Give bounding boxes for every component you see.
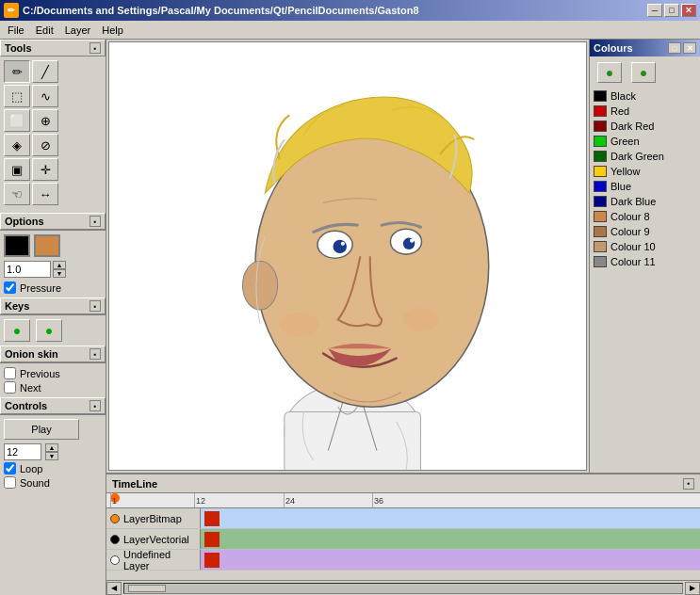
keys-header: Keys ▪	[0, 298, 106, 314]
add-key-button[interactable]: ●	[4, 319, 30, 342]
pressure-checkbox[interactable]	[4, 281, 16, 294]
track-content[interactable]	[201, 508, 700, 528]
scrollbar-track[interactable]	[123, 583, 683, 594]
spin-up[interactable]: ▲	[53, 261, 66, 269]
onion-pin[interactable]: ▪	[90, 348, 101, 360]
drawing-canvas	[109, 42, 586, 471]
colour-swatch	[594, 256, 607, 267]
tool-smudge[interactable]: ⊕	[32, 109, 58, 132]
canvas-area[interactable]	[108, 41, 587, 471]
colour-swatch	[594, 90, 607, 102]
colour-item[interactable]: Colour 9	[592, 224, 698, 239]
scrollbar-thumb[interactable]	[128, 585, 166, 592]
scroll-right[interactable]: ▶	[685, 582, 700, 595]
colour-item[interactable]: Dark Red	[592, 119, 698, 134]
colours-header: Colours □ ✕	[590, 40, 700, 56]
maximize-button[interactable]: □	[664, 4, 679, 17]
tool-rect[interactable]: ▣	[4, 158, 30, 181]
colour-item[interactable]: Black	[592, 88, 698, 104]
colour-name: Dark Green	[610, 151, 664, 162]
tools-pin[interactable]: ▪	[90, 42, 101, 54]
timeline-header: TimeLine ▪	[106, 474, 700, 493]
tool-zoom[interactable]: ↔	[32, 183, 58, 205]
tool-hand[interactable]: ☜	[4, 183, 30, 205]
colours-restore[interactable]: □	[668, 42, 681, 54]
colour-item[interactable]: Colour 11	[592, 254, 698, 269]
colour-name: Red	[610, 105, 629, 117]
menu-help[interactable]: Help	[96, 23, 129, 38]
loop-checkbox[interactable]	[4, 462, 16, 474]
frame-up[interactable]: ▲	[45, 443, 58, 452]
colour-name: Colour 8	[610, 211, 650, 222]
close-button[interactable]: ✕	[681, 4, 696, 17]
tool-pencil[interactable]: ✏	[4, 60, 30, 83]
timeline-scrollbar: ◀ ▶	[106, 580, 700, 595]
remove-colour-button[interactable]: ●	[631, 62, 656, 83]
track-marker	[204, 532, 220, 547]
tool-line[interactable]: ╱	[32, 60, 58, 83]
colour-item[interactable]: Dark Green	[592, 149, 698, 164]
options-pin[interactable]: ▪	[90, 216, 101, 227]
controls-pin[interactable]: ▪	[90, 400, 101, 411]
keys-pin[interactable]: ▪	[90, 300, 101, 312]
colour-item[interactable]: Colour 10	[592, 239, 698, 254]
frame-down[interactable]: ▼	[45, 452, 58, 460]
colour-name: Dark Red	[610, 121, 654, 132]
next-checkbox[interactable]	[4, 381, 16, 394]
tool-polyline[interactable]: ∿	[32, 85, 58, 107]
minimize-button[interactable]: ─	[647, 4, 662, 17]
colour-add-area: ● ●	[590, 56, 700, 87]
tool-grid: ✏ ╱ ⬚ ∿ ⬜ ⊕ ◈ ⊘ ▣ ✛ ☜ ↔	[4, 60, 102, 205]
colour-name: Blue	[610, 181, 631, 192]
tool-fill[interactable]: ◈	[4, 134, 30, 156]
colours-close[interactable]: ✕	[683, 42, 696, 54]
frame-input[interactable]	[4, 443, 41, 460]
track-content[interactable]	[201, 550, 700, 570]
track-row: Undefined Layer	[106, 550, 700, 571]
options-label: Options	[5, 216, 44, 227]
colour-item[interactable]: Red	[592, 104, 698, 119]
frame-row: ▲ ▼	[4, 443, 102, 460]
color-row	[4, 234, 102, 257]
remove-key-button[interactable]: ●	[36, 319, 62, 342]
tool-move[interactable]: ✛	[32, 158, 58, 181]
colour-item[interactable]: Yellow	[592, 164, 698, 179]
main-layout: Tools ▪ ✏ ╱ ⬚ ∿ ⬜ ⊕ ◈ ⊘ ▣ ✛ ☜ ↔ Options …	[0, 40, 700, 595]
top-content: Colours □ ✕ ● ● BlackRedDark RedGreenDar…	[106, 40, 700, 473]
sound-label: Sound	[20, 477, 50, 489]
track-label: Undefined Layer	[106, 550, 201, 570]
background-color[interactable]	[34, 234, 60, 257]
tool-eraser[interactable]: ⬜	[4, 109, 30, 132]
tool-select[interactable]: ⬚	[4, 85, 30, 107]
colour-swatch	[594, 181, 607, 192]
track-row: LayerVectorial	[106, 529, 700, 550]
colour-name: Dark Blue	[610, 196, 656, 207]
onion-label: Onion skin	[5, 348, 58, 360]
scroll-left[interactable]: ◀	[106, 582, 122, 595]
menu-file[interactable]: File	[2, 23, 30, 38]
size-input[interactable]	[4, 261, 51, 278]
colour-swatch	[594, 196, 607, 207]
play-button[interactable]: Play	[4, 419, 79, 440]
spin-down[interactable]: ▼	[53, 269, 66, 278]
sound-checkbox[interactable]	[4, 476, 16, 489]
colour-name: Colour 9	[610, 226, 650, 237]
colour-item[interactable]: Dark Blue	[592, 194, 698, 209]
right-panel: Colours □ ✕ ● ● BlackRedDark RedGreenDar…	[589, 40, 700, 473]
colour-item[interactable]: Blue	[592, 179, 698, 194]
ruler-line	[194, 493, 195, 507]
colour-item[interactable]: Green	[592, 134, 698, 149]
track-content[interactable]	[201, 529, 700, 549]
timeline-pin[interactable]: ▪	[683, 478, 694, 490]
foreground-color[interactable]	[4, 234, 30, 257]
colour-name: Green	[610, 136, 640, 147]
ruler-mark: 36	[374, 496, 383, 506]
tool-eyedropper[interactable]: ⊘	[32, 134, 58, 156]
add-colour-button[interactable]: ●	[597, 62, 622, 83]
menu-edit[interactable]: Edit	[30, 23, 59, 38]
colour-item[interactable]: Colour 8	[592, 209, 698, 224]
previous-checkbox[interactable]	[4, 367, 16, 379]
colour-list: BlackRedDark RedGreenDark GreenYellowBlu…	[590, 87, 700, 473]
menu-layer[interactable]: Layer	[59, 23, 97, 38]
controls-section: Play ▲ ▼ Loop Sound	[0, 414, 106, 595]
